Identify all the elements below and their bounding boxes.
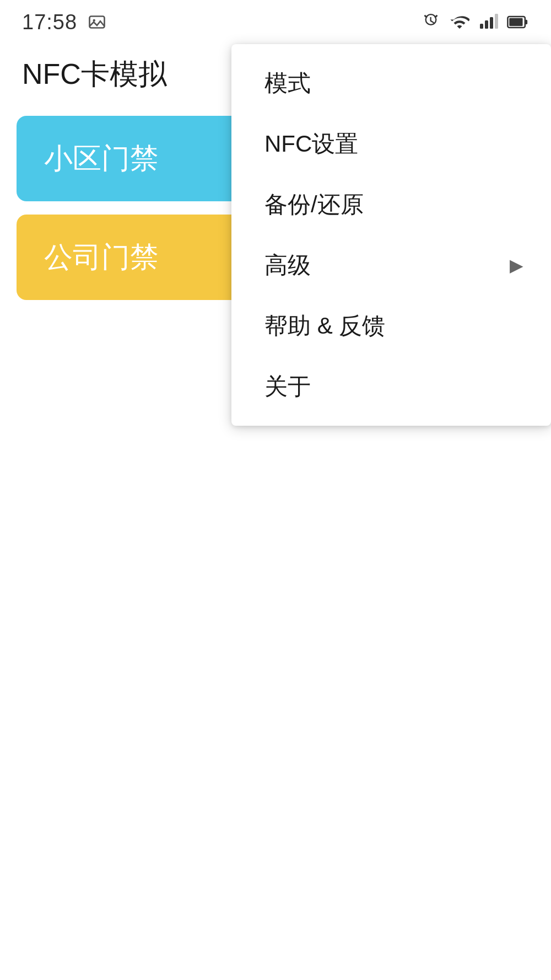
svg-rect-8 [509, 18, 522, 26]
chevron-right-icon: ▶ [510, 255, 523, 276]
dropdown-menu: 模式 NFC设置 备份/还原 高级 ▶ 帮助 & 反馈 关于 [231, 44, 551, 426]
signal-icon [478, 12, 498, 32]
wifi-icon [450, 12, 469, 32]
menu-item-nfc-settings[interactable]: NFC设置 [231, 114, 551, 174]
card-community-gate-label: 小区门禁 [44, 140, 159, 178]
svg-rect-4 [490, 17, 493, 29]
menu-item-mode[interactable]: 模式 [231, 53, 551, 114]
status-time: 17:58 [22, 10, 77, 34]
menu-item-help-feedback-label: 帮助 & 反馈 [264, 310, 385, 341]
status-bar: 17:58 [0, 0, 551, 44]
svg-rect-2 [480, 24, 483, 29]
svg-rect-5 [495, 14, 498, 29]
menu-item-about[interactable]: 关于 [231, 356, 551, 417]
card-company-gate-label: 公司门禁 [44, 238, 159, 277]
image-notification-icon [87, 12, 107, 32]
alarm-icon [421, 12, 441, 32]
menu-item-backup-restore-label: 备份/还原 [264, 189, 364, 220]
svg-rect-7 [525, 20, 527, 25]
battery-icon [507, 12, 529, 32]
menu-item-advanced[interactable]: 高级 ▶ [231, 235, 551, 296]
menu-item-mode-label: 模式 [264, 68, 311, 99]
status-icons [421, 12, 529, 32]
svg-point-1 [93, 19, 96, 22]
menu-item-about-label: 关于 [264, 371, 311, 402]
svg-rect-3 [485, 20, 488, 29]
app-title: NFC卡模拟 [22, 55, 167, 94]
menu-item-help-feedback[interactable]: 帮助 & 反馈 [231, 296, 551, 356]
menu-item-nfc-settings-label: NFC设置 [264, 128, 358, 159]
menu-item-advanced-label: 高级 [264, 250, 311, 281]
menu-item-backup-restore[interactable]: 备份/还原 [231, 174, 551, 235]
